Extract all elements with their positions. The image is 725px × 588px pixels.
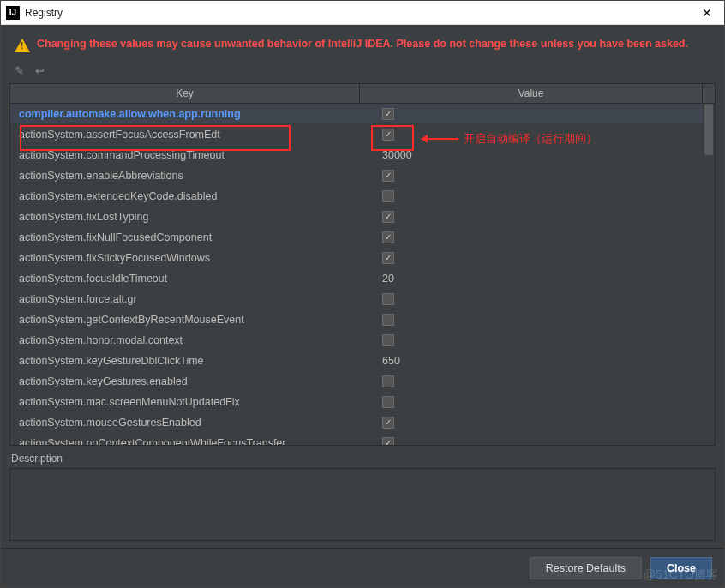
vertical-scrollbar[interactable] [703, 104, 715, 445]
checkbox[interactable] [382, 375, 394, 387]
registry-key: actionSystem.extendedKeyCode.disabled [10, 190, 360, 202]
registry-key: actionSystem.fixNullFocusedComponent [10, 231, 360, 243]
table-row[interactable]: compiler.automake.allow.when.app.running [10, 104, 715, 124]
registry-key: actionSystem.getContextByRecentMouseEven… [10, 314, 360, 326]
registry-key: actionSystem.mac.screenMenuNotUpdatedFix [10, 396, 360, 408]
table-row[interactable]: actionSystem.keyGestureDblClickTime650 [10, 351, 715, 371]
close-icon[interactable]: ✕ [695, 6, 719, 20]
table-row[interactable]: actionSystem.honor.modal.context [10, 330, 715, 351]
registry-value[interactable] [360, 108, 715, 120]
table-row[interactable]: actionSystem.fixNullFocusedComponent [10, 227, 715, 248]
registry-key: actionSystem.commandProcessingTimeout [10, 149, 360, 161]
registry-key: actionSystem.mouseGesturesEnabled [10, 417, 360, 429]
revert-icon[interactable]: ↩ [32, 63, 47, 78]
registry-value[interactable] [360, 334, 715, 346]
table-row[interactable]: actionSystem.mouseGesturesEnabled [10, 412, 715, 433]
column-header-key[interactable]: Key [10, 84, 360, 103]
registry-key: actionSystem.focusIdleTimeout [10, 273, 360, 285]
checkbox[interactable] [382, 437, 394, 446]
warning-icon [15, 39, 30, 52]
restore-defaults-button[interactable]: Restore Defaults [530, 557, 642, 579]
table-header: Key Value [10, 84, 715, 104]
description-label: Description [9, 446, 716, 468]
checkbox[interactable] [382, 417, 394, 429]
registry-value[interactable] [360, 231, 715, 243]
registry-dialog: IJ Registry ✕ Changing these values may … [0, 0, 725, 588]
registry-value[interactable] [360, 252, 715, 264]
table-row[interactable]: actionSystem.enableAbbreviations [10, 165, 715, 186]
registry-value[interactable] [360, 314, 715, 326]
registry-value[interactable] [360, 129, 715, 141]
description-box [9, 468, 716, 541]
table-row[interactable]: actionSystem.commandProcessingTimeout300… [10, 145, 715, 165]
table-row[interactable]: actionSystem.fixLostTyping [10, 207, 715, 227]
dialog-body: Changing these values may cause unwanted… [1, 25, 724, 548]
registry-key: actionSystem.honor.modal.context [10, 334, 360, 346]
toolbar: ✎ ↩ [9, 61, 716, 83]
registry-value[interactable]: 650 [360, 355, 715, 367]
table-row[interactable]: actionSystem.extendedKeyCode.disabled [10, 186, 715, 207]
table-row[interactable]: actionSystem.assertFocusAccessFromEdt [10, 124, 715, 145]
dialog-footer: Restore Defaults Close @51CTO博客 [1, 548, 724, 587]
checkbox[interactable] [382, 334, 394, 346]
table-row[interactable]: actionSystem.focusIdleTimeout20 [10, 268, 715, 289]
registry-value[interactable] [360, 211, 715, 223]
warning-text: Changing these values may cause unwanted… [37, 37, 688, 52]
registry-key: compiler.automake.allow.when.app.running [10, 108, 360, 120]
table-row[interactable]: actionSystem.noContextComponentWhileFocu… [10, 433, 715, 445]
scrollbar-thumb[interactable] [704, 104, 713, 155]
registry-value[interactable] [360, 437, 715, 446]
checkbox[interactable] [382, 170, 394, 182]
table-body: compiler.automake.allow.when.app.running… [10, 104, 715, 445]
checkbox[interactable] [382, 129, 394, 141]
registry-key: actionSystem.fixStickyFocusedWindows [10, 252, 360, 264]
registry-key: actionSystem.fixLostTyping [10, 211, 360, 223]
checkbox[interactable] [382, 231, 394, 243]
registry-value[interactable]: 20 [360, 273, 715, 285]
checkbox[interactable] [382, 252, 394, 264]
checkbox[interactable] [382, 293, 394, 305]
checkbox[interactable] [382, 314, 394, 326]
titlebar: IJ Registry ✕ [1, 1, 724, 25]
column-header-scrollbar [703, 84, 715, 103]
registry-value[interactable] [360, 396, 715, 408]
registry-key: actionSystem.keyGestureDblClickTime [10, 355, 360, 367]
table-row[interactable]: actionSystem.force.alt.gr [10, 289, 715, 309]
registry-table: Key Value compiler.automake.allow.when.a… [9, 83, 716, 446]
table-row[interactable]: actionSystem.getContextByRecentMouseEven… [10, 309, 715, 330]
table-row[interactable]: actionSystem.fixStickyFocusedWindows [10, 248, 715, 268]
registry-value[interactable] [360, 375, 715, 387]
checkbox[interactable] [382, 396, 394, 408]
window-title: Registry [25, 7, 695, 19]
table-row[interactable]: actionSystem.mac.screenMenuNotUpdatedFix [10, 392, 715, 412]
close-button[interactable]: Close [650, 557, 712, 579]
warning-banner: Changing these values may cause unwanted… [9, 33, 716, 61]
checkbox[interactable] [382, 190, 394, 202]
column-header-value[interactable]: Value [360, 84, 703, 103]
registry-key: actionSystem.assertFocusAccessFromEdt [10, 129, 360, 141]
app-icon: IJ [6, 6, 20, 20]
registry-value[interactable] [360, 293, 715, 305]
registry-value[interactable] [360, 170, 715, 182]
registry-key: actionSystem.force.alt.gr [10, 293, 360, 305]
registry-value[interactable] [360, 417, 715, 429]
table-row[interactable]: actionSystem.keyGestures.enabled [10, 371, 715, 392]
registry-key: actionSystem.enableAbbreviations [10, 170, 360, 182]
registry-key: actionSystem.keyGestures.enabled [10, 375, 360, 387]
registry-key: actionSystem.noContextComponentWhileFocu… [10, 437, 360, 446]
checkbox[interactable] [382, 108, 394, 120]
registry-value[interactable] [360, 190, 715, 202]
checkbox[interactable] [382, 211, 394, 223]
registry-value[interactable]: 30000 [360, 149, 715, 161]
edit-icon[interactable]: ✎ [11, 63, 27, 78]
